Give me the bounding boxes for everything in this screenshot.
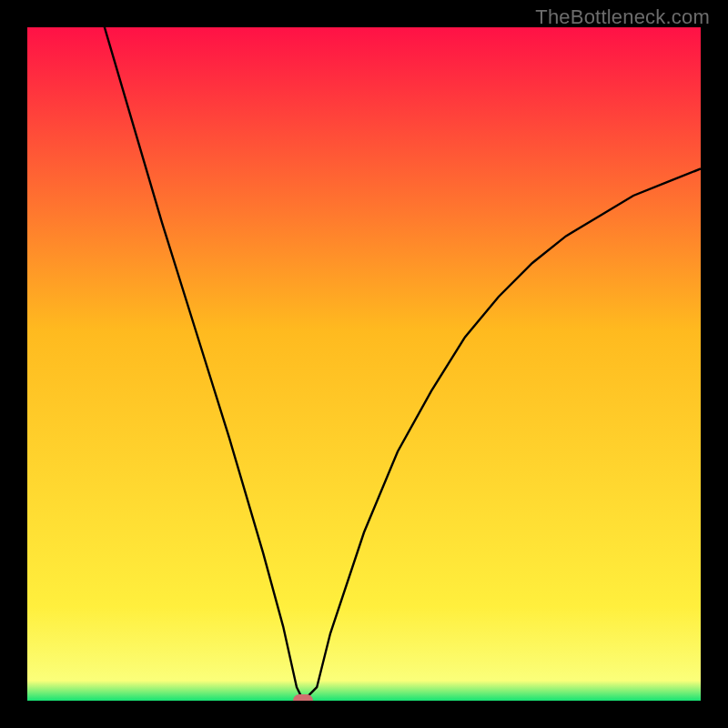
gradient-background [27,27,701,701]
chart-frame: TheBottleneck.com [0,0,728,728]
plot-area [27,27,701,701]
watermark-text: TheBottleneck.com [535,5,710,29]
optimal-point-marker [293,694,313,701]
chart-svg [27,27,701,701]
